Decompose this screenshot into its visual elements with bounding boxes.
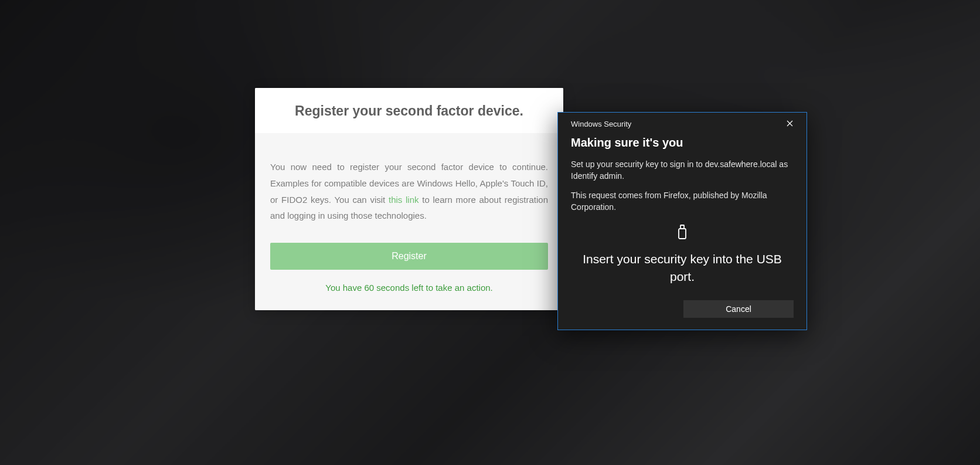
card-header: Register your second factor device. bbox=[255, 88, 563, 133]
dialog-header: Windows Security bbox=[558, 113, 807, 134]
card-title: Register your second factor device. bbox=[273, 103, 546, 119]
close-button[interactable] bbox=[778, 116, 801, 131]
card-body: You now need to register your second fac… bbox=[255, 133, 563, 310]
register-button[interactable]: Register bbox=[270, 243, 548, 270]
dialog-body: Making sure it's you Set up your securit… bbox=[558, 134, 807, 285]
dialog-text-1: Set up your security key to sign in to d… bbox=[571, 159, 794, 182]
dialog-text-2: This request comes from Firefox, publish… bbox=[571, 190, 794, 213]
register-card: Register your second factor device. You … bbox=[255, 88, 563, 310]
usb-key-icon bbox=[677, 225, 688, 242]
dialog-footer: Cancel bbox=[558, 285, 807, 318]
dialog-icon-wrap bbox=[571, 225, 794, 242]
close-icon bbox=[787, 119, 793, 128]
cancel-button[interactable]: Cancel bbox=[683, 300, 794, 318]
learn-more-link[interactable]: this link bbox=[389, 195, 419, 205]
svg-rect-1 bbox=[679, 229, 686, 239]
card-description: You now need to register your second fac… bbox=[270, 159, 548, 224]
countdown-text: You have 60 seconds left to take an acti… bbox=[270, 283, 548, 293]
dialog-heading: Making sure it's you bbox=[571, 136, 794, 150]
dialog-header-title: Windows Security bbox=[571, 120, 631, 128]
dialog-instruction: Insert your security key into the USB po… bbox=[571, 250, 794, 285]
windows-security-dialog: Windows Security Making sure it's you Se… bbox=[557, 112, 807, 330]
